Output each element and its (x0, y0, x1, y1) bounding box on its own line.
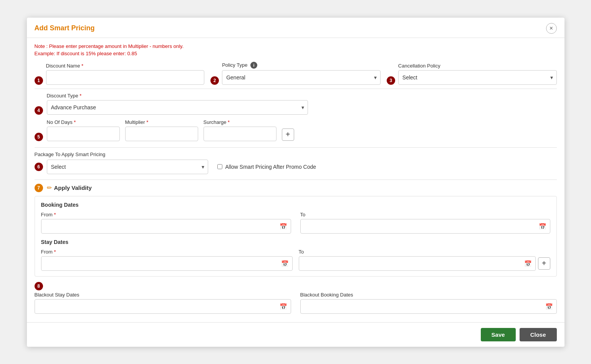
surcharge-group: Surcharge * 0 (204, 119, 276, 141)
policy-type-label: Policy Type i (222, 62, 381, 69)
stay-to-field: To 08/03/2024 📅 + (299, 249, 550, 271)
booking-dates-section: Booking Dates From * 07/03/2024 📅 To (35, 196, 557, 277)
cancellation-policy-select-wrapper: Select (398, 70, 557, 85)
blackout-booking-input[interactable] (300, 299, 557, 314)
allow-smart-pricing-label: Allow Smart Pricing After Promo Code (225, 164, 316, 170)
close-button[interactable]: Close (520, 328, 557, 341)
cancellation-policy-select[interactable]: Select (398, 70, 557, 85)
blackout-stay-wrapper: 📅 (35, 299, 291, 314)
stay-to-input[interactable]: 08/03/2024 (299, 256, 536, 271)
info-icon: i (250, 62, 257, 69)
close-icon-button[interactable]: × (546, 23, 557, 34)
blackout-stay-input[interactable] (35, 299, 291, 314)
apply-validity-label: Apply Validity (54, 184, 92, 191)
stay-from-calendar-icon[interactable]: 📅 (281, 260, 289, 267)
allow-smart-pricing-group: Allow Smart Pricing After Promo Code (217, 164, 316, 170)
modal: Add Smart Pricing × Note : Please enter … (27, 18, 565, 347)
discount-type-select-wrapper: Advance Purchase Last Minute Long Stay (47, 100, 308, 115)
blackout-booking-field: Blackout Booking Dates 📅 (300, 292, 557, 314)
badge-7: 7 (35, 184, 43, 192)
badge-4: 4 (35, 106, 43, 115)
modal-title: Add Smart Pricing (35, 24, 95, 32)
booking-to-label: To (300, 212, 550, 217)
badge-1: 1 (35, 76, 43, 85)
surcharge-input[interactable]: 0 (204, 127, 276, 141)
stay-to-wrapper: 08/03/2024 📅 (299, 256, 536, 271)
multiplier-label: Multiplier * (125, 119, 198, 125)
package-label: Package To Apply Smart Pricing (35, 152, 557, 157)
no-of-days-group: No Of Days * (47, 119, 120, 141)
save-button[interactable]: Save (481, 328, 516, 341)
blackout-stay-calendar-icon[interactable]: 📅 (280, 303, 287, 310)
note-section: Note : Please enter percentage amount in… (35, 43, 557, 56)
booking-from-wrapper: 07/03/2024 📅 (41, 219, 291, 234)
discount-name-group: Discount Name * (46, 63, 205, 85)
required-star-discount-type: * (79, 93, 81, 99)
booking-to-wrapper: 08/03/2024 📅 (300, 219, 550, 234)
package-select[interactable]: Select (47, 160, 208, 174)
booking-from-input[interactable]: 07/03/2024 (41, 219, 291, 234)
blackout-booking-calendar-icon[interactable]: 📅 (545, 303, 553, 310)
stay-to-label: To (299, 249, 550, 255)
policy-type-select-wrapper: General Special (222, 70, 381, 85)
stay-to-calendar-icon[interactable]: 📅 (524, 260, 532, 267)
discount-name-label: Discount Name * (46, 63, 205, 69)
stay-from-wrapper: 07/03/2024 📅 (41, 256, 293, 271)
discount-type-label: Discount Type * (47, 93, 308, 99)
required-star-stay-from: * (54, 249, 56, 255)
booking-from-label: From * (41, 212, 291, 217)
cancellation-policy-label: Cancellation Policy (398, 63, 557, 69)
badge-3: 3 (387, 76, 395, 85)
no-of-days-input[interactable] (47, 127, 120, 141)
blackout-dates-row: 8 Blackout Stay Dates 📅 Blackout Booking… (35, 282, 557, 314)
badge-5: 5 (35, 133, 43, 141)
blackout-booking-label: Blackout Booking Dates (300, 292, 557, 298)
blackout-booking-wrapper: 📅 (300, 299, 557, 314)
required-star-surcharge: * (228, 119, 230, 125)
note-line1: Note : Please enter percentage amount in… (35, 43, 557, 49)
surcharge-label: Surcharge * (204, 119, 276, 125)
booking-to-calendar-icon[interactable]: 📅 (539, 222, 546, 230)
divider-3 (35, 180, 557, 180)
no-of-days-label: No Of Days * (47, 119, 120, 125)
required-star-discount: * (81, 63, 83, 69)
divider-2 (35, 147, 557, 148)
discount-name-input[interactable] (46, 70, 205, 85)
badge-8: 8 (35, 282, 43, 290)
note-line2: Example: If discount is 15% please enter… (35, 51, 557, 56)
modal-body: Note : Please enter percentage amount in… (27, 38, 565, 319)
booking-from-field: From * 07/03/2024 📅 (41, 212, 291, 234)
stay-from-label: From * (41, 249, 293, 255)
add-stay-dates-button[interactable]: + (538, 257, 550, 270)
badge-6: 6 (35, 163, 43, 171)
modal-footer: Save Close (27, 322, 565, 347)
multiplier-input[interactable]: 1 (125, 127, 198, 141)
booking-dates-title: Booking Dates (41, 202, 550, 208)
package-select-wrapper: Select (47, 160, 208, 174)
cancellation-policy-group: Cancellation Policy Select (398, 63, 557, 85)
multiplier-group: Multiplier * 1 (125, 119, 198, 141)
badge-2: 2 (210, 76, 219, 85)
policy-type-select[interactable]: General Special (222, 70, 381, 85)
blackout-stay-field: Blackout Stay Dates 📅 (35, 292, 291, 314)
booking-to-input[interactable]: 08/03/2024 (300, 219, 550, 234)
booking-to-field: To 08/03/2024 📅 (300, 212, 550, 234)
required-star-days: * (74, 119, 76, 125)
required-star-booking-from: * (54, 212, 56, 217)
booking-from-calendar-icon[interactable]: 📅 (280, 222, 287, 230)
policy-type-group: Policy Type i General Special (222, 62, 381, 85)
discount-type-group: Discount Type * Advance Purchase Last Mi… (47, 93, 308, 115)
pencil-icon: ✏ (47, 184, 52, 191)
add-row-button[interactable]: + (282, 128, 294, 141)
discount-type-select[interactable]: Advance Purchase Last Minute Long Stay (47, 100, 308, 115)
apply-validity-header: 7 ✏ Apply Validity (35, 184, 557, 192)
stay-from-field: From * 07/03/2024 📅 (41, 249, 293, 271)
modal-header: Add Smart Pricing × (27, 18, 565, 38)
divider-1 (35, 89, 557, 89)
required-star-multiplier: * (146, 119, 148, 125)
stay-from-input[interactable]: 07/03/2024 (41, 256, 293, 271)
allow-smart-pricing-checkbox[interactable] (217, 164, 222, 169)
stay-dates-title: Stay Dates (41, 239, 550, 245)
blackout-stay-label: Blackout Stay Dates (35, 292, 291, 298)
